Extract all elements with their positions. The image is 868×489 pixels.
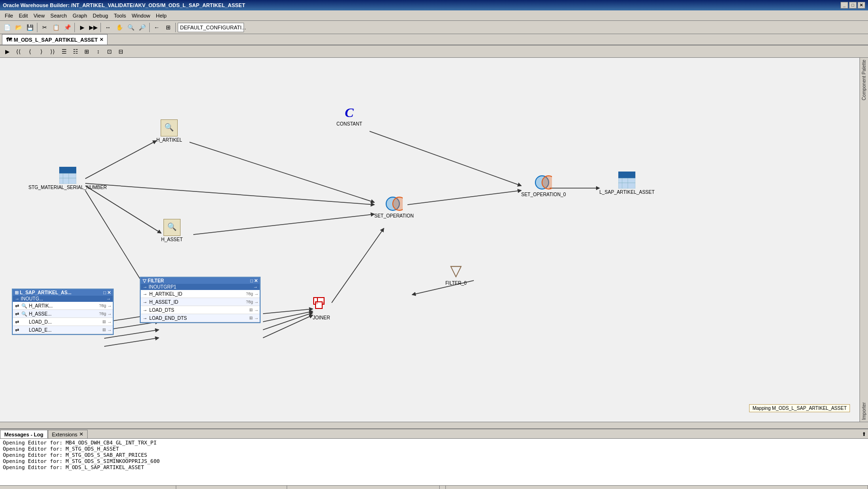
svg-line-12 xyxy=(263,313,313,330)
joiner-icon xyxy=(313,297,329,314)
stg-material-label: STG_MATERIAL_SERIAL_NUMBER xyxy=(28,185,107,190)
fit-btn[interactable]: ⊞ xyxy=(163,22,173,33)
menu-tools[interactable]: Tools xyxy=(111,12,129,19)
close-button[interactable]: ✕ xyxy=(858,2,865,9)
svg-line-5 xyxy=(370,131,521,186)
run-btn[interactable]: ▶ xyxy=(77,22,87,33)
tb2-btn7[interactable]: ☷ xyxy=(70,46,81,57)
zoom-in-btn[interactable]: 🔍 xyxy=(126,22,136,33)
zoom-out-btn[interactable]: 🔎 xyxy=(137,22,147,33)
minimize-button[interactable]: _ xyxy=(841,2,848,9)
h-artikel-node[interactable]: 🔍 H_ARTIKEL xyxy=(156,119,182,143)
stg-material-node[interactable]: STG_MATERIAL_SERIAL_NUMBER xyxy=(28,167,107,190)
set-operation-icon xyxy=(386,195,403,212)
tb2-btn6[interactable]: ☰ xyxy=(59,46,69,57)
l-sap-artikel-asset-node[interactable]: L_SAP_ARTIKEL_ASSET xyxy=(599,172,655,195)
l-sap-artikel-asset-label: L_SAP_ARTIKEL_ASSET xyxy=(599,190,655,195)
tb2-btn11[interactable]: ⊟ xyxy=(116,46,126,57)
sep1 xyxy=(37,23,37,32)
menu-graph[interactable]: Graph xyxy=(70,12,90,19)
menu-debug[interactable]: Debug xyxy=(90,12,111,19)
step-btn[interactable]: ▶▶ xyxy=(88,22,99,33)
svg-point-31 xyxy=(542,176,552,189)
stg-material-icon xyxy=(59,167,76,184)
target-row-1: ⇄ 🔍 H_ARTIK... ?8g → xyxy=(13,302,113,310)
menu-help[interactable]: Help xyxy=(153,12,170,19)
new-btn[interactable]: 📄 xyxy=(2,22,12,33)
svg-text:🔍: 🔍 xyxy=(167,222,177,231)
cut-btn[interactable]: ✂ xyxy=(39,22,50,33)
joiner-node[interactable]: JOINER xyxy=(313,297,330,320)
status-view xyxy=(440,486,446,489)
filter-0-label: FILTER_0 xyxy=(445,281,467,286)
paste-btn[interactable]: 📌 xyxy=(62,22,72,33)
menu-edit[interactable]: Edit xyxy=(16,12,31,19)
horizontal-scrollbar[interactable] xyxy=(0,422,868,428)
svg-line-17 xyxy=(104,338,159,346)
importer-label: Importer xyxy=(861,402,867,420)
menu-window[interactable]: Window xyxy=(129,12,153,19)
sep5 xyxy=(175,23,176,32)
log-line-5: Opening Editor for: M_ODS_L_SAP_ARTIKEL_… xyxy=(3,464,865,471)
menu-view[interactable]: View xyxy=(31,12,48,19)
mapping-tab[interactable]: 🗺 M_ODS_L_SAP_ARTIKEL_ASSET ✕ xyxy=(2,34,108,45)
status-repo: nf_quickstart_repo/NF_QUICKSTART_REPO xyxy=(176,486,288,489)
constant-node[interactable]: C CONSTANT xyxy=(336,105,362,127)
messages-content[interactable]: Opening Editor for: MB4_ODS_DWH_CB4_GL_I… xyxy=(0,439,868,485)
save-btn[interactable]: 💾 xyxy=(25,22,35,33)
filter-subgroup: → INOUTGRP1 → xyxy=(141,284,260,290)
menubar: File Edit View Search Graph Debug Tools … xyxy=(0,10,868,21)
maximize-button[interactable]: □ xyxy=(849,2,857,9)
svg-rect-32 xyxy=(618,172,635,178)
connect-btn[interactable]: ↔ xyxy=(103,22,113,33)
status-graphical: Graphical xyxy=(840,486,868,489)
set-operation-0-icon xyxy=(535,174,552,191)
title-text: Oracle Warehouse Builder: /NT_ARTIKEL_VA… xyxy=(3,2,245,8)
svg-line-10 xyxy=(263,309,313,314)
messages-expand-btn[interactable]: ⬆ xyxy=(860,430,868,438)
menu-file[interactable]: File xyxy=(2,12,16,19)
svg-line-4 xyxy=(193,214,374,235)
svg-rect-21 xyxy=(59,178,76,184)
messages-panel: Messages - Log Extensions ✕ ⬆ Opening Ed… xyxy=(0,428,868,485)
target-row-3: ⇄ LOAD_D... ⊞ → xyxy=(13,318,113,326)
svg-line-6 xyxy=(407,190,521,205)
messages-log-tab[interactable]: Messages - Log xyxy=(0,430,48,438)
tb2-btn10[interactable]: ⊡ xyxy=(104,46,115,57)
canvas-area[interactable]: STG_MATERIAL_SERIAL_NUMBER 🔍 H_ARTIKEL 🔍… xyxy=(0,58,859,422)
canvas-svg xyxy=(0,58,859,422)
filter-0-node[interactable]: ▽ FILTER_0 xyxy=(445,262,467,286)
filter-0-icon: ▽ xyxy=(450,262,462,280)
tb2-btn1[interactable]: ▶ xyxy=(2,46,12,57)
status-path: /NT_ARTIKEL_VALIDATE/AKV_ODS/M_ODS_L_SAP… xyxy=(0,486,176,489)
joiner-label: JOINER xyxy=(313,315,330,320)
hand-btn[interactable]: ✋ xyxy=(114,22,125,33)
tab-close-btn[interactable]: ✕ xyxy=(99,37,103,42)
config-dropdown[interactable]: DEFAULT_CONFIGURATI... xyxy=(178,23,244,32)
svg-rect-19 xyxy=(59,167,76,173)
tb2-btn9[interactable]: ↕ xyxy=(93,46,103,57)
set-operation-node[interactable]: SET_OPERATION xyxy=(374,195,414,218)
open-btn[interactable]: 📂 xyxy=(13,22,24,33)
copy-btn[interactable]: 📋 xyxy=(51,22,61,33)
tb2-btn8[interactable]: ⊞ xyxy=(81,46,92,57)
h-asset-node[interactable]: 🔍 H_ASSET xyxy=(161,219,183,242)
extensions-tab[interactable]: Extensions ✕ xyxy=(48,430,88,438)
menu-search[interactable]: Search xyxy=(47,12,70,19)
tb2-btn2[interactable]: ⟨⟨ xyxy=(13,46,24,57)
tb2-btn5[interactable]: ⟩⟩ xyxy=(47,46,58,57)
expanded-filter-node[interactable]: ▽ FILTER □ ✕ → INOUTGRP1 → → H_ARTIKEL_I… xyxy=(140,277,261,323)
expanded-target-node[interactable]: ⊞ L_SAP_ARTIKEL_AS... □ ✕ → INOUTG... → … xyxy=(12,289,114,335)
filter-row-1: → H_ARTIKEL_ID ?8g → xyxy=(141,290,260,298)
h-artikel-icon: 🔍 xyxy=(161,119,178,136)
tb2-btn4[interactable]: ⟩ xyxy=(36,46,46,57)
target-row-2: ⇄ 🔍 H_ASSE... ?8g → xyxy=(13,310,113,318)
arrow-btn[interactable]: ← xyxy=(152,22,162,33)
svg-line-1 xyxy=(85,183,374,205)
constant-icon: C xyxy=(345,105,354,120)
svg-rect-33 xyxy=(618,178,635,183)
tb2-btn3[interactable]: ⟨ xyxy=(25,46,35,57)
svg-text:🔍: 🔍 xyxy=(164,123,174,132)
main-toolbar: 📄 📂 💾 ✂ 📋 📌 ▶ ▶▶ ↔ ✋ 🔍 🔎 ← ⊞ DEFAULT_CON… xyxy=(0,21,868,34)
set-operation-0-node[interactable]: SET_OPERATION_0 xyxy=(521,174,566,197)
